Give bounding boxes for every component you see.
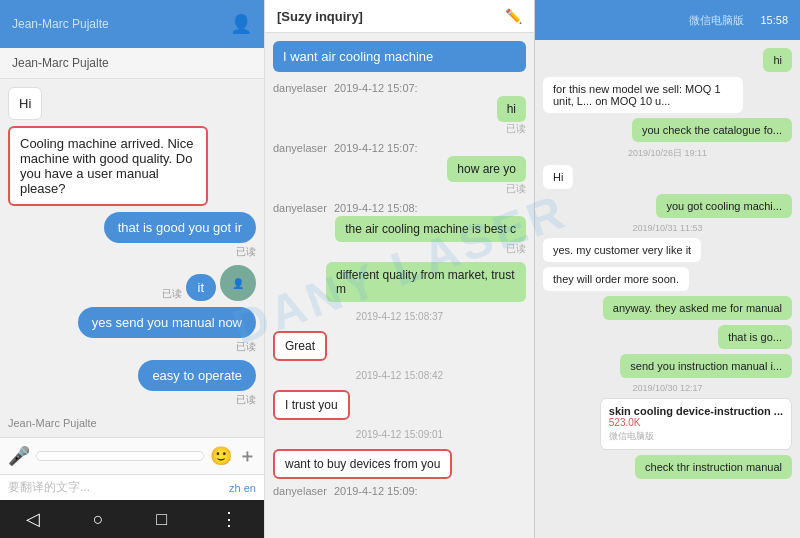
bottom-input-area: 🎤 🙂 ＋ bbox=[0, 437, 264, 474]
message-bubble-highlighted: Great bbox=[273, 331, 327, 361]
list-item: check thr instruction manual bbox=[635, 455, 792, 479]
file-size: 523.0K bbox=[609, 417, 783, 428]
list-item: send you instruction manual i... bbox=[620, 354, 792, 378]
add-icon[interactable]: ＋ bbox=[238, 444, 256, 468]
message-sender: danyelaser 2019-4-12 15:08: bbox=[273, 202, 526, 214]
time-divider: 2019/10/31 11:53 bbox=[543, 223, 792, 233]
message-bubble: that is good you got ir bbox=[104, 212, 256, 243]
list-item: anyway. they asked me for manual bbox=[603, 296, 792, 320]
profile-icon[interactable]: 👤 bbox=[230, 13, 252, 35]
read-status: 已读 bbox=[78, 340, 256, 354]
message-bubble: yes send you manual now bbox=[78, 307, 256, 338]
file-source: 微信电脑版 bbox=[609, 430, 783, 443]
message-bubble: hi bbox=[497, 96, 526, 122]
read-status: 已读 bbox=[506, 122, 526, 136]
list-item: I want air cooling machine bbox=[273, 41, 526, 72]
time-divider: 2019-4-12 15:08:37 bbox=[273, 311, 526, 322]
read-status: 已读 bbox=[138, 393, 256, 407]
read-status: 已读 bbox=[104, 245, 256, 259]
message-bubble: Hi bbox=[8, 87, 42, 120]
message-bubble-highlighted: want to buy devices from you bbox=[273, 449, 452, 479]
list-item: danyelaser 2019-4-12 15:08: the air cool… bbox=[273, 202, 526, 256]
right-chat-area[interactable]: hi for this new model we sell: MOQ 1 uni… bbox=[535, 40, 800, 538]
message-bubble: easy to operate bbox=[138, 360, 256, 391]
translate-lang[interactable]: zh en bbox=[229, 482, 256, 494]
read-status: 已读 bbox=[162, 287, 182, 301]
edit-icon[interactable]: ✏️ bbox=[505, 8, 522, 24]
back-icon[interactable]: ◁ bbox=[26, 508, 40, 530]
list-item: hi bbox=[763, 48, 792, 72]
middle-header-title: [Suzy inquiry] bbox=[277, 9, 363, 24]
message-sender: danyelaser 2019-4-12 15:07: bbox=[273, 142, 526, 154]
list-item: you got cooling machi... bbox=[656, 194, 792, 218]
list-item: that is good you got ir 已读 bbox=[104, 212, 256, 259]
middle-header: [Suzy inquiry] ✏️ bbox=[265, 0, 534, 33]
list-item: 已读 it 👤 bbox=[8, 265, 256, 301]
list-item: that is go... bbox=[718, 325, 792, 349]
time-divider: 2019-4-12 15:09:01 bbox=[273, 429, 526, 440]
time-divider: 2019/10/26日 19:11 bbox=[543, 147, 792, 160]
recent-icon[interactable]: □ bbox=[156, 509, 167, 530]
message-sender: danyelaser 2019-4-12 15:09: bbox=[273, 485, 526, 497]
mic-icon[interactable]: 🎤 bbox=[8, 445, 30, 467]
list-item: different quality from market, trust m bbox=[273, 262, 526, 302]
middle-chat-panel: [Suzy inquiry] ✏️ I want air cooling mac… bbox=[265, 0, 535, 538]
contact-info: Jean-Marc Pujalte bbox=[0, 48, 264, 79]
list-item: I trust you bbox=[273, 390, 526, 420]
right-header-label: 微信电脑版 bbox=[689, 13, 744, 28]
left-chat-area[interactable]: Hi Cooling machine arrived. Nice machine… bbox=[0, 79, 264, 437]
list-item: you check the catalogue fo... bbox=[632, 118, 792, 142]
time-divider: 2019/10/30 12:17 bbox=[543, 383, 792, 393]
list-item: danyelaser 2019-4-12 15:07: how are yo 已… bbox=[273, 142, 526, 196]
left-chat-panel: Jean-Marc Pujalte 👤 Jean-Marc Pujalte Hi… bbox=[0, 0, 265, 538]
message-input[interactable] bbox=[36, 451, 204, 461]
emoji-icon[interactable]: 🙂 bbox=[210, 445, 232, 467]
file-card[interactable]: skin cooling device-instruction ... 523.… bbox=[600, 398, 792, 450]
list-item: danyelaser 2019-4-12 15:07: hi 已读 bbox=[273, 82, 526, 136]
read-status: 已读 bbox=[506, 182, 526, 196]
right-header-time: 15:58 bbox=[760, 14, 788, 26]
list-item: for this new model we sell: MOQ 1 unit, … bbox=[543, 77, 743, 113]
translate-placeholder[interactable]: 要翻译的文字... bbox=[8, 479, 90, 496]
nav-bar: ◁ ○ □ ⋮ bbox=[0, 500, 264, 538]
list-item: yes. my customer very like it bbox=[543, 238, 701, 262]
time-divider: 2019-4-12 15:08:42 bbox=[273, 370, 526, 381]
list-item: easy to operate 已读 bbox=[138, 360, 256, 407]
list-item: they will order more soon. bbox=[543, 267, 689, 291]
message-bubble: different quality from market, trust m bbox=[326, 262, 526, 302]
left-header: Jean-Marc Pujalte 👤 bbox=[0, 0, 264, 48]
translate-bar: 要翻译的文字... zh en bbox=[0, 474, 264, 500]
list-item: Great bbox=[273, 331, 526, 361]
contact-label: Jean-Marc Pujalte bbox=[8, 417, 256, 429]
message-bubble: how are yo bbox=[447, 156, 526, 182]
message-bubble-highlighted: I trust you bbox=[273, 390, 350, 420]
message-bubble: the air cooling machine is best c bbox=[335, 216, 526, 242]
list-item: want to buy devices from you bbox=[273, 449, 526, 479]
contact-name: Jean-Marc Pujalte bbox=[12, 56, 109, 70]
list-item: yes send you manual now 已读 bbox=[78, 307, 256, 354]
home-icon[interactable]: ○ bbox=[93, 509, 104, 530]
avatar: 👤 bbox=[220, 265, 256, 301]
right-header: 微信电脑版 15:58 bbox=[535, 0, 800, 40]
message-bubble: it bbox=[186, 274, 217, 301]
file-title: skin cooling device-instruction ... bbox=[609, 405, 783, 417]
read-status: 已读 bbox=[506, 242, 526, 256]
list-item: Cooling machine arrived. Nice machine wi… bbox=[8, 126, 208, 206]
message-sender: danyelaser 2019-4-12 15:07: bbox=[273, 82, 526, 94]
list-item: Hi bbox=[543, 165, 573, 189]
list-item: Hi bbox=[8, 87, 42, 120]
menu-icon[interactable]: ⋮ bbox=[220, 508, 238, 530]
middle-chat-area[interactable]: I want air cooling machine danyelaser 20… bbox=[265, 33, 534, 538]
right-chat-panel: 微信电脑版 15:58 hi for this new model we sel… bbox=[535, 0, 800, 538]
message-bubble-highlighted: Cooling machine arrived. Nice machine wi… bbox=[8, 126, 208, 206]
left-header-name: Jean-Marc Pujalte bbox=[12, 17, 109, 31]
